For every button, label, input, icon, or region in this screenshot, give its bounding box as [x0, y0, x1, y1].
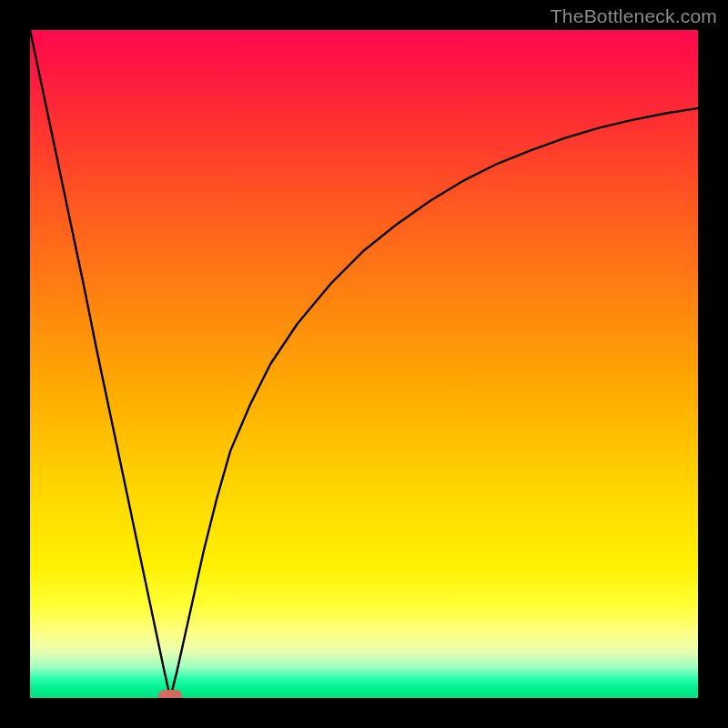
bottleneck-curve	[30, 30, 698, 698]
plot-area	[30, 30, 698, 698]
chart-frame: TheBottleneck.com	[0, 0, 728, 728]
watermark-text: TheBottleneck.com	[551, 5, 717, 27]
notch-marker	[158, 690, 182, 698]
